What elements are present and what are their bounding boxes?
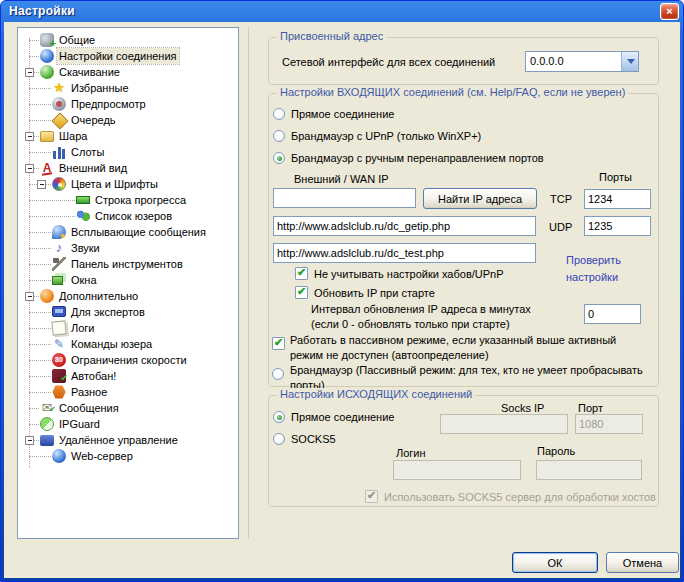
radio-manual-forwarding[interactable] [273, 152, 285, 164]
tree-connector [29, 408, 39, 409]
wan-ip-input[interactable] [273, 188, 416, 208]
ic-remote [40, 435, 54, 446]
radio-upnp-label: Брандмауэр с UPnP (только WinXP+) [291, 130, 481, 142]
checkbox-ignore-hub-settings[interactable] [295, 267, 308, 280]
tree-connector [29, 264, 51, 265]
ic-usercmd [52, 337, 66, 351]
tree-item-label: Строка прогресса [93, 192, 188, 208]
collapse-icon[interactable] [25, 292, 34, 301]
tree-item-label: Удалённое управление [57, 432, 180, 448]
network-interface-combobox[interactable]: 0.0.0.0 [525, 51, 639, 72]
tree-connector [29, 40, 39, 41]
tree-item-26[interactable]: Web-сервер [18, 448, 238, 464]
tree-item-13[interactable]: Звуки [18, 240, 238, 256]
tree-item-label: Разное [69, 384, 109, 400]
radio-socks5[interactable] [273, 433, 285, 445]
ic-speed [52, 353, 66, 367]
ok-button[interactable]: ОК [512, 552, 598, 573]
tree-item-7[interactable]: Слоты [18, 144, 238, 160]
checkbox-update-ip-on-start[interactable] [295, 286, 308, 299]
tree-item-label: Окна [69, 272, 99, 288]
tree-connector [29, 312, 51, 313]
ic-progress [76, 196, 90, 204]
tree-item-6[interactable]: Шара [18, 128, 238, 144]
tree-item-5[interactable]: Очередь [18, 112, 238, 128]
tree-item-24[interactable]: IPGuard [18, 416, 238, 432]
tree-item-16[interactable]: Дополнительно [18, 288, 238, 304]
udp-port-input[interactable] [584, 216, 651, 236]
tree-item-2[interactable]: Скачивание [18, 64, 238, 80]
tree-connector [29, 424, 39, 425]
tree-connector [29, 360, 51, 361]
tree-connector [29, 248, 51, 249]
socks-ip-input[interactable] [440, 414, 568, 434]
tree-item-12[interactable]: Всплывающие сообщения [18, 224, 238, 240]
tree-item-label: Общие [57, 32, 97, 48]
ic-windows [52, 276, 63, 285]
find-ip-button[interactable]: Найти IP адреса [423, 188, 537, 209]
socks-port-input[interactable] [575, 414, 643, 434]
tree-item-18[interactable]: Логи [18, 320, 238, 336]
tree-item-10[interactable]: Строка прогресса [18, 192, 238, 208]
radio-outgoing-direct[interactable] [273, 411, 285, 423]
tree-connector [29, 216, 75, 217]
tree-item-9[interactable]: Цвета и Шрифты [18, 176, 238, 192]
radio-socks5-label: SOCKS5 [291, 433, 336, 445]
tree-item-label: Цвета и Шрифты [69, 176, 160, 192]
test-url-input[interactable] [273, 243, 536, 263]
radio-upnp[interactable] [273, 130, 285, 142]
tree-item-label: Предпросмотр [69, 96, 148, 112]
tree-connector [29, 200, 75, 201]
radio-passive-firewall[interactable] [272, 368, 284, 380]
settings-tree: ОбщиеНастройки соединенияСкачиваниеИзбра… [17, 27, 239, 539]
tree-item-3[interactable]: Избранные [18, 80, 238, 96]
ic-appearance [40, 161, 54, 175]
login-input[interactable] [393, 460, 521, 480]
tree-item-17[interactable]: Для экспертов [18, 304, 238, 320]
ic-share [40, 131, 54, 142]
ic-popup [52, 225, 66, 239]
network-interface-label: Сетевой интерфейс для всех соединений [282, 56, 495, 68]
tree-item-14[interactable]: Панель инструментов [18, 256, 238, 272]
collapse-icon[interactable] [25, 132, 34, 141]
getip-url-input[interactable] [273, 216, 536, 236]
collapse-icon[interactable] [25, 164, 34, 173]
tree-item-label: Очередь [69, 112, 118, 128]
radio-direct-connection[interactable] [273, 108, 285, 120]
tree-item-4[interactable]: Предпросмотр [18, 96, 238, 112]
tree-item-0[interactable]: Общие [18, 32, 238, 48]
password-input[interactable] [536, 460, 642, 480]
checkbox-passive-fallback[interactable] [272, 337, 285, 350]
tree-item-8[interactable]: Внешний вид [18, 160, 238, 176]
check-settings-link[interactable]: Проверить настройки [566, 252, 621, 286]
tree-item-21[interactable]: Автобан! [18, 368, 238, 384]
tree-connector [29, 56, 39, 57]
tree-item-label: Звуки [69, 240, 102, 256]
chevron-down-icon[interactable] [621, 52, 638, 71]
collapse-icon[interactable] [25, 436, 34, 445]
tree-item-25[interactable]: Удалённое управление [18, 432, 238, 448]
tree-item-label: Слоты [69, 144, 106, 160]
collapse-icon[interactable] [37, 180, 46, 189]
tree-item-label: Команды юзера [69, 336, 154, 352]
radio-manual-forwarding-label: Брандмауэр с ручным перенаправлением пор… [291, 152, 544, 164]
checkbox-use-socks5[interactable] [365, 490, 378, 503]
tree-connector [29, 88, 51, 89]
tree-item-19[interactable]: Команды юзера [18, 336, 238, 352]
tree-item-23[interactable]: Сообщения [18, 400, 238, 416]
tree-item-20[interactable]: Ограничения скорости [18, 352, 238, 368]
close-button[interactable]: × [660, 3, 679, 20]
interval-input[interactable] [584, 304, 641, 324]
ic-star [52, 81, 66, 95]
tree-item-11[interactable]: Список юзеров [18, 208, 238, 224]
ports-label: Порты [599, 171, 632, 183]
tcp-port-input[interactable] [584, 189, 651, 209]
cancel-button[interactable]: Отмена [606, 552, 679, 573]
tcp-label: TCP [550, 193, 572, 205]
checkbox-passive-fallback-label: Работать в пассивном режиме, если указан… [290, 333, 616, 363]
tree-item-1[interactable]: Настройки соединения [18, 48, 238, 64]
tree-item-15[interactable]: Окна [18, 272, 238, 288]
tree-item-22[interactable]: Разное [18, 384, 238, 400]
titlebar[interactable]: Настройки × [1, 1, 683, 22]
collapse-icon[interactable] [25, 68, 34, 77]
